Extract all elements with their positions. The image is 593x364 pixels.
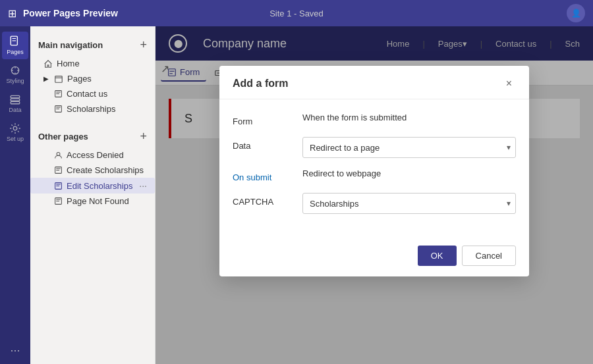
main-layout: Pages Styling Data Set up ··· Main navig… [0,26,593,364]
captcha-field: Scholarships Home Contact us Create Scho… [302,193,516,214]
main-nav-section: Main navigation + [30,34,155,56]
sidebar-item-home[interactable]: Home [30,56,155,71]
sidebar-item-pages-folder[interactable]: ▶ Pages [30,71,155,86]
setup-label: Set up [7,136,24,142]
data-label: Data [9,107,21,113]
create-scholarships-label: Create Scholarships [67,165,144,175]
redirect-webpage-label: Redirect to webpage [302,169,516,178]
sidebar: Main navigation + Home ▶ Pages Contact u… [30,26,155,364]
other-pages-label: Other pages [38,132,88,142]
pages-folder-label: Pages [67,74,92,84]
webpage-select[interactable]: Scholarships Home Contact us Create Scho… [302,193,516,214]
svg-point-15 [57,152,60,155]
more-icon[interactable]: ··· [10,344,20,357]
redirect-select-wrapper: Redirect to a page Redirect to URL Show … [302,137,516,158]
on-submit-field: Redirect to webpage [302,169,516,182]
sidebar-item-page-not-found[interactable]: Page Not Found [30,194,155,209]
svg-rect-8 [55,76,63,82]
sidebar-item-setup[interactable]: Set up [2,118,28,146]
styling-label: Styling [6,78,24,84]
site-status: Site 1 - Saved [269,9,324,18]
modal-close-button[interactable]: × [502,76,516,91]
modal-overlay: Add a form × Form When the form is submi… [155,26,593,364]
data-field: Redirect to a page Redirect to URL Show … [302,137,516,158]
sidebar-item-data[interactable]: Data [2,90,28,117]
on-submit-row: On submit Redirect to webpage [233,169,516,182]
data-row-label: Data [233,137,292,151]
sidebar-item-pages[interactable]: Pages [2,32,28,59]
pages-label: Pages [7,49,24,55]
captcha-row: CAPTCHA Scholarships Home Contact us Cre… [233,193,516,214]
user-avatar[interactable]: 👤 [567,4,585,22]
pages-chevron-icon: ▶ [43,75,49,82]
svg-rect-4 [11,95,20,97]
main-nav-label: Main navigation [38,40,103,50]
modal-header: Add a form × [219,66,529,99]
data-row: Data Redirect to a page Redirect to URL … [233,137,516,158]
form-row-label: Form [233,113,292,126]
on-submit-label[interactable]: On submit [233,169,292,182]
ok-button[interactable]: OK [418,246,457,266]
scholarships-nav-label: Scholarships [67,104,115,114]
sidebar-item-styling[interactable]: Styling [2,61,28,88]
when-submitted-label: When the form is submitted [302,113,516,122]
icon-strip: Pages Styling Data Set up ··· [0,26,30,364]
modal-body: Form When the form is submitted Data Red… [219,99,529,238]
cancel-button[interactable]: Cancel [462,246,516,266]
form-row: Form When the form is submitted [233,113,516,126]
edit-scholarships-more-icon[interactable]: ··· [139,180,147,191]
sidebar-item-access-denied[interactable]: Access Denied [30,147,155,163]
sidebar-item-scholarships[interactable]: Scholarships [30,101,155,117]
captcha-label: CAPTCHA [233,193,292,207]
grid-icon[interactable]: ⊞ [8,7,16,20]
add-main-nav-button[interactable]: + [140,38,147,52]
modal-footer: OK Cancel [219,238,529,276]
add-form-modal: Add a form × Form When the form is submi… [219,66,529,276]
page-not-found-label: Page Not Found [67,196,129,206]
redirect-select[interactable]: Redirect to a page Redirect to URL Show … [302,137,516,158]
access-denied-label: Access Denied [67,150,124,160]
home-label: Home [57,59,80,68]
svg-rect-5 [11,99,20,101]
add-other-page-button[interactable]: + [140,130,147,143]
svg-rect-6 [11,101,20,103]
sidebar-item-contact-us[interactable]: Contact us [30,86,155,101]
topbar: ⊞ Power Pages Preview Site 1 - Saved 👤 [0,0,593,26]
contact-us-label: Contact us [67,89,107,99]
webpage-select-wrapper: Scholarships Home Contact us Create Scho… [302,193,516,214]
sidebar-item-create-scholarships[interactable]: Create Scholarships [30,163,155,178]
other-pages-section: Other pages + [30,126,155,147]
svg-point-7 [13,126,17,130]
edit-scholarships-label: Edit Scholarships [67,181,132,191]
content-area: ↗ ⬤ Company name Home | Pages▾ | Contact… [155,26,593,364]
modal-title: Add a form [233,78,288,90]
form-field: When the form is submitted [302,113,516,126]
sidebar-item-edit-scholarships[interactable]: Edit Scholarships ··· [30,178,155,194]
